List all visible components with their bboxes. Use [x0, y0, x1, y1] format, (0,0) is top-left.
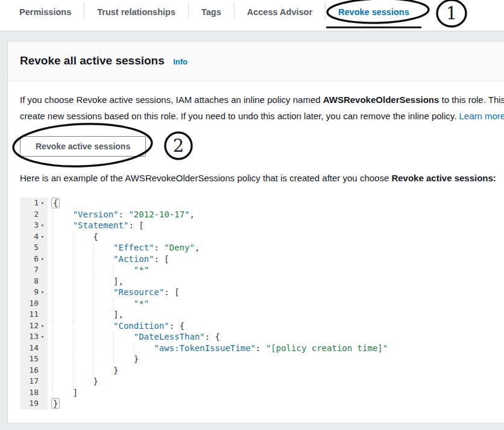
- indent-guide: [73, 309, 93, 320]
- learn-more-link[interactable]: Learn more: [459, 111, 504, 121]
- revoke-active-sessions-button[interactable]: Revoke active sessions: [20, 136, 146, 157]
- code-line: 17}: [20, 376, 504, 387]
- tab-label: Access Advisor: [247, 7, 312, 17]
- fold-toggle-icon[interactable]: ▾: [39, 331, 46, 343]
- tab-label: Tags: [201, 7, 221, 17]
- example-intro: Here is an example of the AWSRevokeOlder…: [20, 173, 504, 183]
- code-line: 19}: [20, 398, 504, 410]
- fold-toggle-icon[interactable]: ▾: [39, 320, 46, 332]
- line-number: 16: [20, 365, 48, 376]
- indent-guide: [93, 276, 113, 287]
- code-line: 4▾{: [20, 231, 504, 243]
- code-line: 10"*": [20, 298, 504, 310]
- indent-guide: [52, 387, 73, 399]
- revoke-sessions-panel: Revoke all active sessions Info If you c…: [7, 41, 504, 423]
- indent-guide: [73, 276, 93, 287]
- line-number: 2: [20, 209, 48, 220]
- fold-toggle-icon[interactable]: ▾: [39, 198, 46, 209]
- tab-trust-relationships[interactable]: Trust relationships: [84, 0, 188, 24]
- indent-guide: [93, 365, 113, 376]
- indent-guide: [73, 343, 93, 354]
- tab-bar: Permissions Trust relationships Tags Acc…: [0, 0, 504, 31]
- tab-access-advisor[interactable]: Access Advisor: [235, 0, 325, 24]
- indent-guide: [113, 343, 134, 354]
- fold-toggle-icon[interactable]: ▾: [39, 287, 46, 298]
- active-tab-underline: [326, 26, 421, 28]
- line-number: 14: [20, 343, 48, 354]
- line-number: 5: [20, 242, 48, 254]
- indent-guide: [73, 287, 93, 298]
- fold-toggle-icon[interactable]: ▾: [39, 220, 46, 231]
- indent-guide: [52, 231, 73, 243]
- indent-guide: [93, 320, 113, 332]
- indent-guide: [52, 320, 73, 332]
- indent-guide: [73, 376, 93, 387]
- indent-guide: [73, 242, 93, 254]
- indent-guide: [52, 354, 73, 365]
- tab-label: Revoke sessions: [338, 7, 409, 17]
- indent-guide: [73, 231, 93, 243]
- code-line: 13▾"DateLessThan": {: [20, 331, 504, 343]
- description-text: create new sessions based on this role. …: [20, 111, 459, 121]
- indent-guide: [52, 298, 73, 310]
- indent-guide: [52, 254, 73, 265]
- line-number: 4▾: [20, 231, 48, 243]
- info-link[interactable]: Info: [173, 57, 187, 66]
- line-number: 10: [20, 298, 48, 310]
- indent-guide: [93, 343, 113, 354]
- code-line: 15}: [20, 354, 504, 365]
- line-number: 13▾: [20, 331, 48, 343]
- line-number: 7: [20, 264, 48, 276]
- indent-guide: [93, 264, 113, 276]
- indent-guide: [52, 343, 73, 354]
- line-number: 12▾: [20, 320, 48, 332]
- tab-tags[interactable]: Tags: [189, 0, 234, 24]
- code-line: 3▾"Statement": [: [20, 220, 504, 231]
- panel-content: If you choose Revoke active sessions, IA…: [8, 92, 504, 410]
- matched-bracket-highlight: {: [51, 198, 60, 208]
- indent-guide: [52, 242, 73, 254]
- indent-guide: [93, 254, 113, 265]
- code-line: 7"*": [20, 264, 504, 276]
- tab-permissions[interactable]: Permissions: [7, 0, 84, 24]
- indent-guide: [52, 209, 73, 220]
- code-line: 6▾"Action": [: [20, 254, 504, 265]
- code-line: 11],: [20, 309, 504, 320]
- indent-guide: [52, 376, 73, 387]
- indent-guide: [52, 331, 73, 343]
- indent-guide: [52, 264, 73, 276]
- indent-guide: [93, 309, 113, 320]
- example-intro-text: Here is an example of the AWSRevokeOlder…: [20, 173, 391, 183]
- page-title: Revoke all active sessions: [20, 54, 165, 67]
- indent-guide: [93, 331, 113, 343]
- line-number: 19: [20, 398, 48, 410]
- description-line-2: create new sessions based on this role. …: [20, 108, 504, 124]
- line-number: 3▾: [20, 220, 48, 231]
- code-line: 14"aws:TokenIssueTime": "[policy creatio…: [20, 343, 504, 354]
- description-text: If you choose Revoke active sessions, IA…: [20, 95, 323, 105]
- fold-toggle-icon[interactable]: ▾: [39, 231, 46, 243]
- code-line: 9▾"Resource": [: [20, 287, 504, 298]
- fold-toggle-icon[interactable]: ▾: [39, 254, 46, 265]
- indent-guide: [52, 365, 73, 376]
- indent-guide: [93, 242, 113, 254]
- line-number: 8: [20, 276, 48, 287]
- indent-guide: [93, 298, 113, 310]
- policy-editor[interactable]: 1▾{2"Version": "2012-10-17",3▾"Statement…: [20, 198, 504, 410]
- line-number: 9▾: [20, 287, 48, 298]
- indent-guide: [52, 276, 73, 287]
- code-line: 2"Version": "2012-10-17",: [20, 209, 504, 220]
- line-number: 6▾: [20, 254, 48, 265]
- description: If you choose Revoke active sessions, IA…: [20, 92, 504, 124]
- line-number: 11: [20, 309, 48, 320]
- line-number: 15: [20, 354, 48, 365]
- matched-bracket-highlight: }: [51, 398, 60, 409]
- indent-guide: [73, 264, 93, 276]
- code-line: 1▾{: [20, 198, 504, 209]
- tab-label: Permissions: [19, 7, 71, 17]
- indent-guide: [73, 254, 93, 265]
- indent-guide: [93, 287, 113, 298]
- indent-guide: [52, 287, 73, 298]
- tab-revoke-sessions[interactable]: Revoke sessions: [326, 0, 422, 24]
- example-intro-bold: Revoke active sessions:: [391, 173, 496, 183]
